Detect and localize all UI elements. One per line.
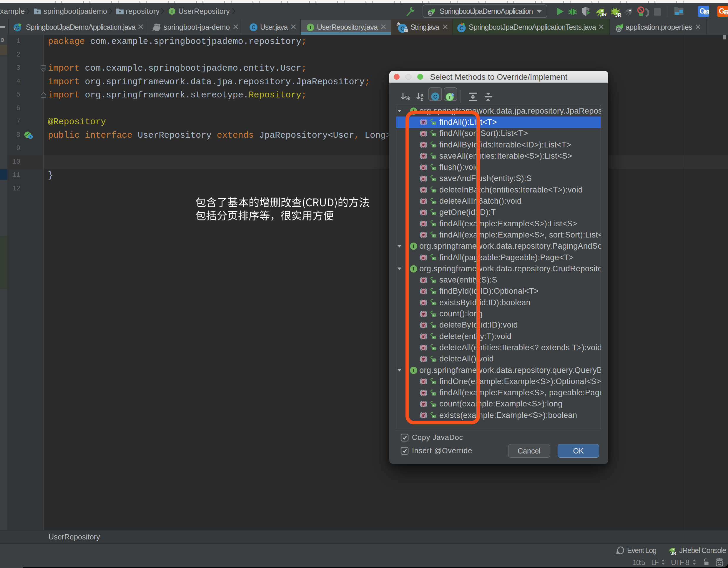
- svg-text:C: C: [459, 25, 463, 31]
- svg-text:I: I: [171, 9, 173, 14]
- svg-text:C: C: [433, 94, 437, 100]
- svg-text:I: I: [310, 25, 312, 30]
- svg-text:I: I: [449, 94, 451, 100]
- svg-text:z: z: [420, 96, 423, 102]
- svg-text:C: C: [252, 24, 255, 30]
- svg-text:C: C: [400, 25, 405, 32]
- svg-text:c: c: [30, 135, 31, 139]
- svg-text:%: %: [405, 95, 410, 101]
